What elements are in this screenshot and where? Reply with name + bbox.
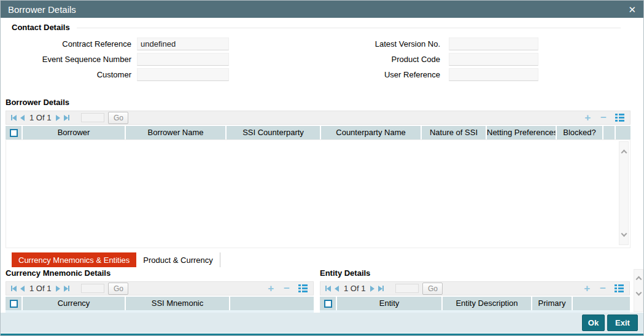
column-header-entity: Entity — [337, 297, 443, 310]
currency-grid-header: Currency SSI Mnemonic — [6, 297, 314, 310]
last-page-icon[interactable] — [64, 286, 69, 292]
last-page-icon[interactable] — [64, 115, 69, 121]
select-all-checkbox[interactable] — [10, 129, 18, 137]
column-header-entity-description: Entity Description — [443, 297, 532, 310]
first-page-icon[interactable] — [325, 286, 331, 292]
vertical-scrollbar[interactable] — [619, 141, 629, 245]
bottom-accent-line — [1, 334, 643, 335]
column-header-netting-preferences: Netting Preferences — [487, 126, 557, 139]
entity-grid-toolbar: 1 Of 1 Go + − — [320, 281, 630, 295]
column-header-blank — [230, 297, 314, 310]
contract-reference-input[interactable] — [137, 37, 229, 50]
contact-details-heading: Contact Details — [12, 23, 70, 32]
page-indicator: 1 Of 1 — [29, 284, 51, 293]
previous-page-icon[interactable] — [335, 286, 339, 292]
column-header-ssi-mnemonic: SSI Mnemonic — [126, 297, 230, 310]
go-button[interactable]: Go — [108, 112, 128, 124]
currency-grid-toolbar: 1 Of 1 Go + − — [6, 281, 314, 295]
page-indicator: 1 Of 1 — [344, 284, 365, 293]
borrower-grid-body — [6, 139, 630, 248]
product-code-label: Product Code — [308, 53, 440, 66]
entity-grid-header: Entity Entity Description Primary — [320, 297, 630, 310]
scroll-down-icon[interactable] — [621, 231, 627, 237]
single-view-icon[interactable] — [615, 114, 624, 122]
exit-button[interactable]: Exit — [607, 315, 638, 331]
borrower-grid-header: Borrower Borrower Name SSI Counterparty … — [6, 126, 630, 139]
add-row-icon[interactable]: + — [268, 283, 274, 294]
delete-row-icon[interactable]: − — [600, 112, 607, 123]
column-header-blank — [616, 126, 630, 139]
close-icon[interactable]: ✕ — [628, 5, 636, 14]
latest-version-no-label: Latest Version No. — [308, 37, 440, 50]
title-bar: Borrower Details ✕ — [1, 1, 643, 18]
go-button[interactable]: Go — [108, 283, 128, 295]
footer-bar — [1, 313, 643, 333]
product-code-input[interactable] — [449, 53, 538, 66]
borrower-details-heading: Borrower Details — [6, 98, 69, 107]
single-view-icon[interactable] — [298, 284, 308, 292]
column-header-currency: Currency — [23, 297, 126, 310]
column-header-blank — [573, 297, 630, 310]
tab-bar: Currency Mnemonics & Entities Product & … — [12, 252, 220, 267]
user-reference-input[interactable] — [449, 68, 538, 81]
column-header-blank — [603, 126, 616, 139]
goto-page-input[interactable] — [81, 284, 104, 293]
tab-currency-mnemonics-entities[interactable]: Currency Mnemonics & Entities — [12, 252, 136, 267]
delete-row-icon[interactable]: − — [600, 283, 606, 294]
ok-button[interactable]: Ok — [582, 315, 605, 331]
user-reference-label: User Reference — [308, 68, 440, 81]
goto-page-input[interactable] — [81, 113, 104, 122]
delete-row-icon[interactable]: − — [284, 283, 290, 294]
column-header-blocked: Blocked? — [557, 126, 603, 139]
latest-version-no-input[interactable] — [449, 37, 538, 50]
dialog-title: Borrower Details — [8, 4, 628, 15]
scroll-down-icon[interactable] — [636, 290, 642, 296]
borrower-details-dialog: Borrower Details ✕ Contact Details Contr… — [0, 0, 644, 336]
currency-mnemonic-details-heading: Currency Mnemonic Details — [6, 268, 111, 278]
previous-page-icon[interactable] — [20, 115, 25, 121]
last-page-icon[interactable] — [378, 286, 384, 292]
first-page-icon[interactable] — [11, 115, 17, 121]
contract-reference-label: Contract Reference — [6, 37, 131, 50]
column-header-borrower: Borrower — [23, 126, 126, 139]
next-page-icon[interactable] — [56, 286, 60, 292]
go-button[interactable]: Go — [422, 283, 443, 295]
column-header-nature-of-ssi: Nature of SSI — [422, 126, 487, 139]
column-header-borrower-name: Borrower Name — [126, 126, 227, 139]
column-header-primary: Primary — [532, 297, 573, 310]
single-view-icon[interactable] — [615, 284, 624, 292]
tab-product-currency[interactable]: Product & Currency — [136, 252, 220, 267]
page-indicator: 1 Of 1 — [29, 113, 51, 122]
scroll-up-icon[interactable] — [636, 276, 642, 283]
scroll-up-icon[interactable] — [621, 150, 627, 156]
add-row-icon[interactable]: + — [584, 112, 591, 123]
previous-page-icon[interactable] — [20, 286, 25, 292]
borrower-grid-toolbar: 1 Of 1 Go + − — [6, 111, 630, 125]
next-page-icon[interactable] — [370, 286, 374, 292]
header-checkbox-cell — [320, 297, 337, 310]
section-vertical-scrollbar[interactable] — [634, 269, 643, 312]
section-divider — [77, 28, 621, 28]
customer-label: Customer — [6, 68, 131, 81]
header-checkbox-cell — [6, 126, 23, 139]
first-page-icon[interactable] — [11, 286, 17, 292]
add-row-icon[interactable]: + — [584, 283, 590, 294]
goto-page-input[interactable] — [395, 284, 419, 293]
column-header-counterparty-name: Counterparty Name — [321, 126, 422, 139]
customer-input[interactable] — [137, 68, 229, 81]
entity-details-heading: Entity Details — [320, 268, 370, 278]
event-sequence-number-input[interactable] — [137, 53, 229, 66]
select-all-checkbox[interactable] — [324, 300, 332, 308]
header-checkbox-cell — [6, 297, 23, 310]
select-all-checkbox[interactable] — [10, 300, 18, 308]
event-sequence-number-label: Event Sequence Number — [6, 53, 131, 66]
next-page-icon[interactable] — [56, 115, 60, 121]
column-header-ssi-counterparty: SSI Counterparty — [227, 126, 321, 139]
